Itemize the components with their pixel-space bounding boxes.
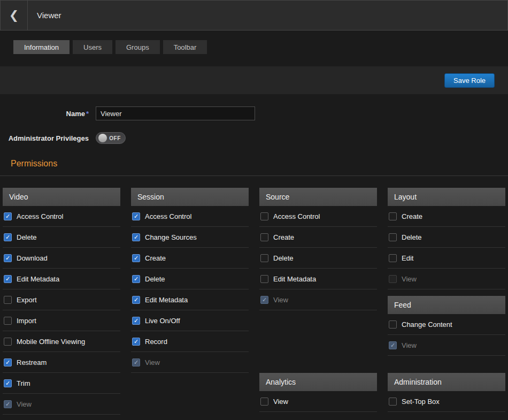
perm-label-edit-metadata: Edit Metadata [273, 275, 316, 283]
checkbox-source-create[interactable] [260, 233, 268, 241]
perm-label-view: View [145, 358, 160, 366]
checkbox-session-access-control[interactable]: ✓ [132, 212, 140, 220]
checkbox-video-delete[interactable]: ✓ [4, 233, 12, 241]
perm-group-title-feed: Feed [388, 296, 505, 314]
perm-row-session-access-control: ✓Access Control [131, 206, 249, 227]
checkbox-video-access-control[interactable]: ✓ [4, 212, 12, 220]
perm-row-video-download: ✓Download [3, 248, 120, 269]
perm-label-view: View [402, 341, 417, 349]
page-title: Viewer [28, 1, 61, 30]
checkbox-feed-change-content[interactable] [389, 320, 397, 329]
checkbox-session-change-sources[interactable]: ✓ [132, 233, 140, 241]
perm-row-source-create: Create [259, 227, 377, 248]
back-button[interactable]: ❮ [1, 1, 28, 30]
perm-row-video-delete: ✓Delete [3, 227, 120, 248]
perm-label-edit-metadata: Edit Metadata [17, 275, 59, 283]
perm-row-source-view: ✓View [259, 289, 377, 310]
checkbox-source-edit-metadata[interactable] [260, 275, 268, 283]
checkbox-administration-set-top-box[interactable] [389, 398, 397, 406]
perm-row-session-record: ✓Record [131, 331, 249, 352]
perm-row-source-edit-metadata: Edit Metadata [259, 269, 377, 289]
perm-row-layout-edit: Edit [388, 248, 505, 269]
perm-label-change-sources: Change Sources [145, 233, 197, 241]
checkbox-source-delete[interactable] [260, 254, 268, 262]
perm-row-layout-create: Create [388, 206, 505, 227]
permissions-heading: Permissions [11, 159, 508, 169]
perm-column-4: LayoutCreateDeleteEditViewFeedChange Con… [388, 188, 505, 412]
checkbox-video-import[interactable] [4, 317, 12, 325]
perm-label-restream: Restream [17, 358, 47, 366]
checkbox-session-live-on-off[interactable]: ✓ [132, 317, 140, 325]
perm-label-view: View [273, 398, 288, 406]
perm-label-download: Download [17, 254, 48, 262]
tab-users[interactable]: Users [73, 40, 112, 54]
save-role-button[interactable]: Save Role [444, 73, 495, 88]
perm-label-access-control: Access Control [17, 212, 63, 220]
perm-group-title-layout: Layout [388, 188, 505, 206]
checkbox-video-restream[interactable]: ✓ [4, 358, 12, 366]
checkbox-layout-create[interactable] [389, 212, 397, 220]
perm-group-feed: FeedChange Content✓View [388, 296, 505, 356]
perm-row-analytics-view: View [259, 391, 377, 412]
name-input[interactable] [96, 106, 255, 120]
perm-label-edit: Edit [402, 254, 413, 262]
perm-row-session-edit-metadata: ✓Edit Metadata [131, 289, 249, 310]
tab-information[interactable]: Information [13, 40, 70, 54]
checkbox-video-download[interactable]: ✓ [4, 254, 12, 262]
perm-row-video-access-control: ✓Access Control [3, 206, 120, 227]
tab-bar: InformationUsersGroupsToolbar [13, 40, 508, 54]
checkbox-source-access-control[interactable] [260, 212, 268, 220]
perm-row-layout-delete: Delete [388, 227, 505, 248]
perm-group-title-analytics: Analytics [259, 373, 377, 391]
perm-row-feed-change-content: Change Content [388, 314, 505, 335]
save-toolbar: Save Role [0, 66, 508, 94]
name-label-text: Name [66, 110, 85, 118]
checkbox-video-trim[interactable]: ✓ [4, 379, 12, 387]
tab-groups[interactable]: Groups [116, 40, 160, 54]
permissions-section-header: Permissions [0, 159, 508, 176]
perm-label-delete: Delete [402, 233, 422, 241]
perm-label-create: Create [402, 212, 422, 220]
perm-row-video-trim: ✓Trim [3, 373, 120, 394]
perm-label-mobile-offline-viewing: Mobile Offline Viewing [17, 338, 85, 346]
checkbox-session-delete[interactable]: ✓ [132, 275, 140, 283]
checkbox-session-create[interactable]: ✓ [132, 254, 140, 262]
checkbox-video-edit-metadata[interactable]: ✓ [4, 275, 12, 283]
name-label: Name* [0, 110, 89, 118]
perm-row-feed-view: ✓View [388, 335, 505, 356]
perm-group-title-source: Source [259, 188, 377, 206]
perm-row-session-view: ✓View [131, 352, 249, 373]
perm-row-session-live-on-off: ✓Live On/Off [131, 310, 249, 331]
admin-privileges-row: Administrator Privileges OFF [0, 132, 508, 144]
perm-group-administration: AdministrationSet-Top Box [388, 373, 505, 412]
chevron-left-icon: ❮ [9, 10, 19, 21]
checkbox-video-export[interactable] [4, 296, 12, 304]
perm-group-title-administration: Administration [388, 373, 505, 391]
tab-toolbar[interactable]: Toolbar [163, 40, 207, 54]
checkbox-layout-delete[interactable] [389, 233, 397, 241]
perm-label-set-top-box: Set-Top Box [402, 398, 440, 406]
checkbox-session-edit-metadata[interactable]: ✓ [132, 296, 140, 304]
checkbox-source-view: ✓ [260, 296, 268, 304]
perm-label-view: View [273, 296, 288, 304]
perm-row-source-delete: Delete [259, 248, 377, 269]
checkbox-video-mobile-offline-viewing[interactable] [4, 338, 12, 346]
role-editor-page: ❮ Viewer InformationUsersGroupsToolbar S… [0, 0, 508, 415]
perm-group-analytics: AnalyticsView [259, 373, 377, 412]
perm-label-delete: Delete [145, 275, 165, 283]
checkbox-layout-view [389, 275, 397, 283]
perm-group-title-video: Video [3, 188, 120, 206]
perm-label-create: Create [145, 254, 166, 262]
perm-label-access-control: Access Control [273, 212, 320, 220]
checkbox-session-record[interactable]: ✓ [132, 338, 140, 346]
perm-label-export: Export [17, 296, 37, 304]
checkbox-feed-view: ✓ [389, 341, 397, 349]
checkbox-layout-edit[interactable] [389, 254, 397, 262]
perm-group-layout: LayoutCreateDeleteEditView [388, 188, 505, 289]
perm-label-delete: Delete [17, 233, 37, 241]
admin-privileges-toggle[interactable]: OFF [96, 132, 126, 144]
checkbox-analytics-view[interactable] [260, 398, 268, 406]
perm-group-source: SourceAccess ControlCreateDeleteEdit Met… [259, 188, 377, 310]
perm-label-edit-metadata: Edit Metadata [145, 296, 188, 304]
perm-label-trim: Trim [17, 379, 30, 387]
